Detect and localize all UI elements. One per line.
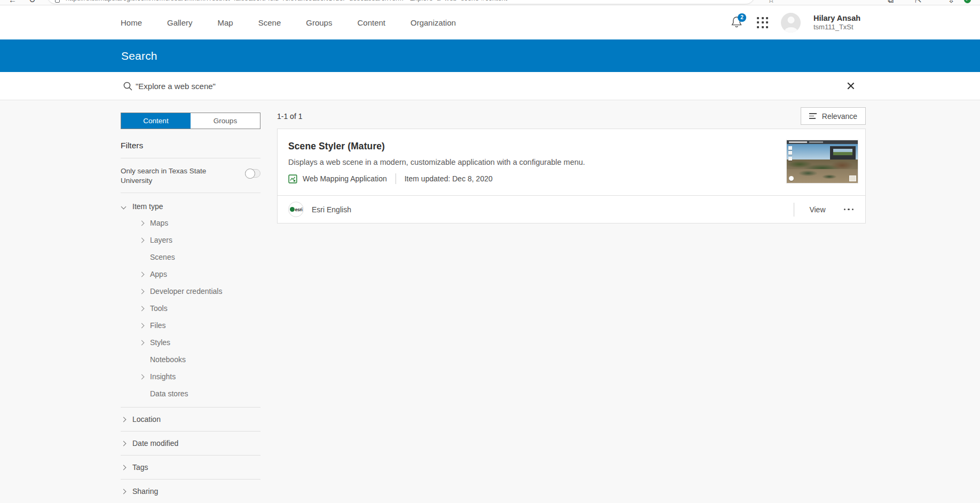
chevron-right-icon [139,237,145,243]
browser-toolbar-clipped: ← ↻ https://txst.maps.arcgis.com/home/se… [0,0,980,5]
item-type-label: Data stores [150,389,188,398]
item-type-option[interactable]: Layers [121,231,260,249]
card-actions: View [794,203,853,217]
item-type-label: Insights [150,372,176,381]
facet-item-type[interactable]: Item type [121,202,260,211]
facet-section[interactable]: Date modified [121,432,260,456]
item-type-label: Notebooks [150,355,186,364]
item-updated: Item updated: Dec 8, 2020 [405,174,493,183]
item-type-label: Layers [150,236,172,244]
thumb-app-header [787,140,858,144]
chevron-right-icon [139,374,145,379]
view-link[interactable]: View [809,205,825,214]
sort-icon [809,113,817,119]
filters-sidebar: Content Groups Filters Only search in Te… [121,113,260,503]
web-mapping-app-icon [288,174,297,183]
nav-link[interactable]: Gallery [167,18,193,27]
result-type-tabs: Content Groups [121,113,260,129]
nav-link[interactable]: Map [218,18,233,27]
item-type-option[interactable]: Maps [121,214,260,231]
browser-back-icon[interactable]: ← [9,0,17,4]
item-owner[interactable]: Esri English [312,205,351,214]
sort-label: Relevance [822,112,857,121]
user-avatar[interactable] [781,13,801,33]
item-meta-row: Web Mapping Application Item updated: De… [288,173,855,184]
nav-link[interactable]: Scene [258,18,281,27]
nav-link[interactable]: Home [121,18,142,27]
divider [396,173,396,184]
owner-avatar[interactable]: esri [288,202,304,217]
chevron-right-icon [121,489,127,494]
esri-globe-icon [290,207,295,212]
results-header: 1-1 of 1 Relevance [277,107,866,125]
result-card-footer: esri Esri English View [278,195,865,223]
facet-section-label: Sharing [132,487,158,496]
app-launcher-button[interactable] [757,17,768,28]
facet-section[interactable]: Location [121,408,260,432]
item-type-option[interactable]: Apps [121,266,260,283]
divider [794,203,794,217]
browser-secure-badge-icon[interactable]: ✓ [964,0,971,3]
item-type-option[interactable]: Notebooks [121,351,260,368]
user-identity[interactable]: Hilary Ansah tsm111_TxSt [813,13,860,31]
item-type-option[interactable]: Files [121,317,260,334]
esri-wordmark: esri [295,207,303,212]
chevron-right-icon [139,289,145,294]
tab-content[interactable]: Content [121,113,191,129]
page-info-icon[interactable] [55,0,60,3]
nav-link[interactable]: Groups [306,18,332,27]
nav-link[interactable]: Content [357,18,385,27]
item-type-option[interactable]: Insights [121,368,260,385]
chevron-right-icon [139,220,145,226]
thumb-mountains [787,159,858,170]
search-bar: "Explore a web scene" [0,72,980,100]
browser-address-bar[interactable]: https://txst.maps.arcgis.com/home/search… [47,0,755,4]
browser-share-icon[interactable]: ⇱ [915,0,922,5]
item-type-option[interactable]: Scenes [121,249,260,266]
facet-section-label: Date modified [132,439,178,448]
org-search-toggle[interactable] [245,169,260,178]
browser-tabs-icon[interactable]: ⧉ [888,0,894,5]
page-title: Search [121,50,157,62]
user-name: Hilary Ansah [813,13,860,23]
item-type-option[interactable]: Data stores [121,385,260,402]
item-type-option[interactable]: Tools [121,300,260,317]
search-icon [123,81,133,91]
chevron-right-icon [121,417,127,422]
nav-link[interactable]: Organization [410,18,456,27]
page-banner: Search [0,39,980,72]
facet-label: Item type [132,202,163,211]
search-input[interactable]: "Explore a web scene" [136,82,216,91]
chevron-right-icon [121,441,127,446]
item-type-label: Developer credentials [150,287,222,296]
facet-section[interactable]: Tags [121,456,260,480]
facet-section-label: Tags [132,463,148,472]
more-options-icon[interactable] [844,209,854,211]
user-org-id: tsm111_TxSt [813,23,860,31]
chevron-right-icon [139,323,145,328]
browser-url[interactable]: https://txst.maps.arcgis.com/home/search… [66,0,507,2]
nav-right-cluster: 2 Hilary Ansah tsm111_TxSt [730,5,860,39]
item-type-label: Scenes [150,253,175,261]
thumb-zoom-in-control [788,146,792,150]
item-type-option[interactable]: Styles [121,334,260,351]
nav-links: Home Gallery Map Scene Groups Content Or… [121,5,456,39]
browser-reload-icon[interactable]: ↻ [29,0,36,5]
item-type-list: Maps Layers Scenes Apps [121,214,260,402]
divider [121,193,260,193]
item-thumbnail[interactable] [787,140,858,183]
clear-search-icon[interactable] [846,81,856,91]
browser-download-icon[interactable]: ⇩ [948,0,955,5]
thumb-terrain [787,169,858,183]
facet-section[interactable]: Sharing [121,480,260,503]
sort-button[interactable]: Relevance [801,107,866,125]
notifications-button[interactable]: 2 [730,15,744,30]
tab-groups[interactable]: Groups [191,113,260,129]
item-type-option[interactable]: Developer credentials [121,283,260,300]
thumb-zoom-out-control [788,151,792,155]
thumb-compass [789,176,794,181]
filters-heading: Filters [121,141,260,150]
thumb-inset-map [849,175,856,181]
item-title[interactable]: Scene Styler (Mature) [288,141,855,152]
bookmark-star-icon[interactable]: ☆ [768,0,774,5]
